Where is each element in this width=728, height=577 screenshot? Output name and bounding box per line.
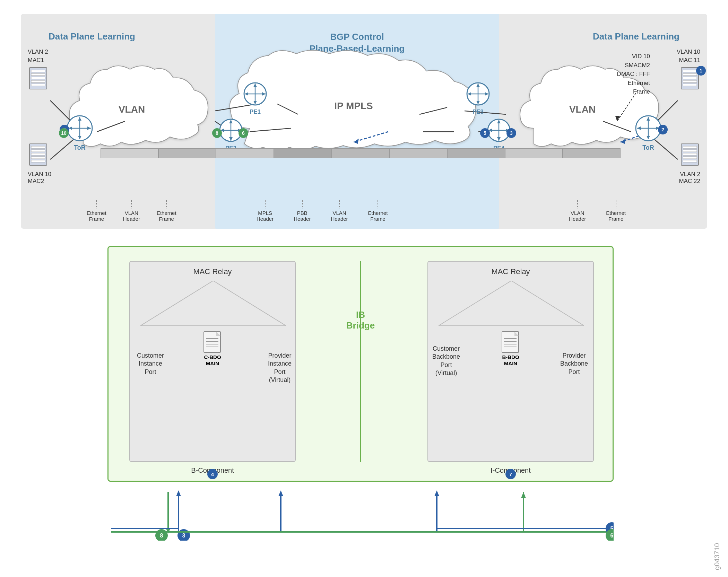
label-ethernet-frame-left: EthernetFrame <box>87 200 106 222</box>
c-bdo-label: C-BDOMAIN <box>204 354 221 367</box>
svg-rect-24 <box>683 153 697 155</box>
svg-marker-112 <box>278 490 283 496</box>
ib-bridge-container: IBBridge MAC Relay CustomerInstancePort <box>107 246 614 482</box>
pe1-router: PE1 <box>243 81 268 115</box>
label-mpls-header: MPLSHeader <box>257 200 274 222</box>
pe4-router: PE4 5 3 <box>486 118 511 152</box>
svg-text:8: 8 <box>160 533 163 539</box>
left-server-bottom-vlan: VLAN 10 <box>28 171 51 178</box>
svg-rect-5 <box>31 73 45 76</box>
svg-rect-25 <box>683 157 697 159</box>
left-server-top-mac: MAC1 <box>28 57 49 64</box>
right-mac-relay-label: MAC Relay <box>428 267 593 276</box>
svg-rect-11 <box>31 150 45 152</box>
svg-rect-17 <box>683 73 697 76</box>
svg-rect-22 <box>683 146 697 148</box>
left-server-bottom-mac: MAC2 <box>28 178 51 185</box>
svg-marker-89 <box>140 281 286 326</box>
svg-rect-13 <box>31 157 45 159</box>
label-vlan-header-center: VLANHeader <box>331 200 348 222</box>
svg-rect-8 <box>31 84 45 86</box>
bottom-diagram: IBBridge MAC Relay CustomerInstancePort <box>107 246 614 541</box>
pe1-label: PE1 <box>243 108 268 115</box>
tor-right-router: ToR 2 <box>634 114 662 151</box>
top-diagram: BGP ControlPlane-Based-Learningon WAN Da… <box>21 14 707 229</box>
badge-10: 10 <box>59 128 69 138</box>
svg-text:3: 3 <box>182 533 185 539</box>
right-server-top-mac: MAC 11 <box>677 57 700 64</box>
svg-rect-12 <box>31 153 45 155</box>
ib-divider <box>360 261 361 462</box>
annotation-frame: Frame <box>617 87 650 96</box>
right-server-top-vlan: VLAN 10 <box>677 49 700 55</box>
left-relay-triangle <box>140 281 286 326</box>
b-bdo-label: B-BDOMAIN <box>502 354 519 367</box>
right-server-bottom: VLAN 2 MAC 22 <box>679 142 700 185</box>
label-ethernet-frame-right: EthernetFrame <box>606 200 626 222</box>
tor-left-router: ToR 9 <box>66 114 94 151</box>
badge-2: 2 <box>658 125 668 134</box>
badge-6: 6 <box>239 128 248 138</box>
badge-8: 8 <box>212 128 222 138</box>
pe3-router: PE3 <box>466 81 491 115</box>
svg-marker-96 <box>439 281 584 326</box>
badge-5: 5 <box>480 128 490 138</box>
left-section-title: Data Plane Learning <box>49 31 135 42</box>
svg-marker-116 <box>521 492 526 498</box>
svg-rect-7 <box>31 80 45 82</box>
main-container: BGP ControlPlane-Based-Learningon WAN Da… <box>0 0 728 577</box>
b-bdo-icon: B-BDOMAIN <box>501 331 520 367</box>
svg-rect-26 <box>683 160 697 162</box>
left-mac-relay-label: MAC Relay <box>130 267 295 276</box>
svg-rect-23 <box>683 150 697 152</box>
right-mac-relay: MAC Relay CustomerBackbonePort(Virtual) <box>427 261 594 462</box>
annotation-box: VID 10 SMACM2 DMAC : FFF Ethernet Frame <box>617 52 650 96</box>
right-relay-triangle <box>439 281 584 326</box>
annotation-ethernet: Ethernet <box>617 79 650 88</box>
pe2-router: PE2 8 6 <box>218 118 243 152</box>
label-pbb-header: PBBHeader <box>294 200 311 222</box>
svg-rect-10 <box>31 146 45 148</box>
svg-rect-6 <box>31 77 45 79</box>
svg-rect-4 <box>31 70 45 72</box>
pe3-label: PE3 <box>466 108 491 115</box>
left-server-top: VLAN 2 MAC1 <box>28 49 49 93</box>
svg-text:VLAN: VLAN <box>119 104 145 115</box>
left-server-bottom: VLAN 10 MAC2 <box>28 142 51 185</box>
label-ethernet-frame-center: EthernetFrame <box>368 200 388 222</box>
tor-right-label: ToR <box>634 144 662 151</box>
svg-rect-14 <box>31 160 45 162</box>
left-server-top-vlan: VLAN 2 <box>28 49 49 55</box>
ib-bridge-label: IBBridge <box>346 309 375 331</box>
left-frame-labels: EthernetFrame VLANHeader EthernetFrame <box>87 200 176 222</box>
annotation-vid: VID 10 <box>617 52 650 61</box>
left-mac-relay: MAC Relay CustomerInstancePort <box>129 261 296 462</box>
right-section-title: Data Plane Learning <box>593 31 679 42</box>
provider-backbone-port-label: ProviderBackbonePort <box>560 352 588 376</box>
annotation-dmac: DMAC : FFF <box>617 70 650 79</box>
bottom-arrows-svg: 3 8 5 <box>107 471 614 541</box>
right-server-bottom-mac: MAC 22 <box>679 178 700 185</box>
tor-left-label: ToR <box>66 144 94 151</box>
right-server-top: VLAN 10 MAC 11 1 <box>677 49 700 93</box>
svg-rect-20 <box>683 84 697 86</box>
svg-text:VLAN: VLAN <box>569 104 596 115</box>
badge-3: 3 <box>506 128 516 138</box>
watermark: g043710 <box>713 543 721 570</box>
customer-backbone-port-label: CustomerBackbonePort(Virtual) <box>432 345 460 377</box>
label-ethernet-frame-left2: EthernetFrame <box>157 200 176 222</box>
svg-rect-18 <box>683 77 697 79</box>
center-frame-labels: MPLSHeader PBBHeader VLANHeader Ethernet… <box>257 200 388 222</box>
annotation-smac: SMACM2 <box>617 61 650 70</box>
packet-bar <box>101 148 621 158</box>
c-bdo-icon: C-BDOMAIN <box>203 331 222 367</box>
svg-text:IP MPLS: IP MPLS <box>334 100 373 111</box>
label-vlan-header-left: VLANHeader <box>123 200 140 222</box>
right-server-bottom-vlan: VLAN 2 <box>679 171 700 178</box>
provider-instance-port-label: ProviderInstancePort(Virtual) <box>268 352 292 384</box>
badge-1: 1 <box>696 66 706 76</box>
svg-rect-16 <box>683 70 697 72</box>
svg-marker-114 <box>434 490 439 496</box>
label-vlan-header-right: VLANHeader <box>569 200 586 222</box>
svg-rect-19 <box>683 80 697 82</box>
